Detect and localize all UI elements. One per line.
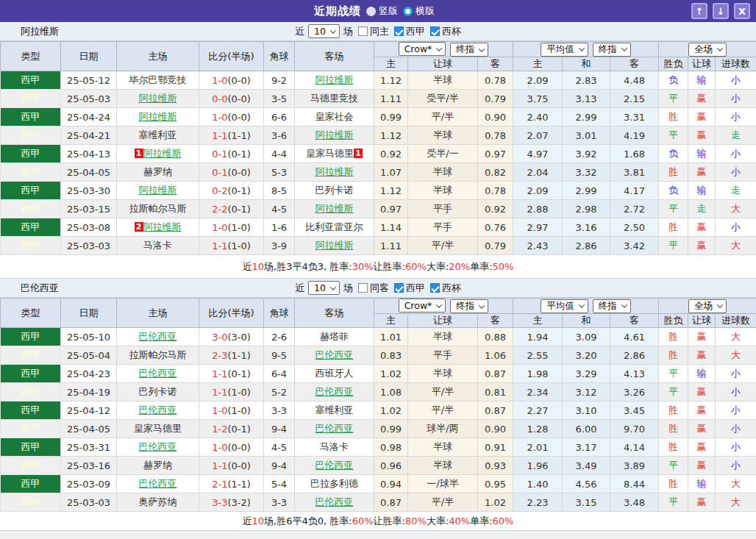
match-row: 西甲25-04-05皇家马德里1-2(0-1)9-4巴伦西亚0.99球半/两0.… [1, 420, 756, 438]
radio-icon[interactable] [366, 7, 376, 16]
eu-home-odds: 4.97 [513, 145, 563, 163]
handicap-result-cell: 赢 [688, 163, 716, 182]
close-button[interactable]: X [734, 3, 750, 19]
score-cell: 0-1(0-1) [199, 145, 264, 163]
type-cell: 西甲 [1, 328, 61, 346]
match-count-select[interactable]: 10 [308, 281, 340, 295]
result-cell: 胜 [659, 108, 688, 126]
eu-draw-odds: 2.86 [563, 237, 610, 255]
same-venue-checkbox[interactable] [358, 283, 368, 293]
select-value: 全场 [694, 300, 713, 313]
euro-average-select[interactable]: 平均值 [541, 299, 588, 313]
sub-header-handicap: 让球 [688, 314, 716, 328]
eu-draw-odds: 3.49 [563, 457, 610, 475]
results-table: 类型 日期 主场 比分(半场) 角球 客场 Crow*终指 平均值终指 全场 [0, 41, 756, 255]
away-team-cell: 马德里竞技 [295, 90, 374, 108]
ah-home-odds: 1.12 [374, 71, 408, 90]
chevron-down-icon [479, 46, 485, 51]
scope-select[interactable]: 全场 [688, 43, 727, 57]
match-row: 西甲25-03-09巴伦西亚2-1(1-1)5-4巴拉多利德0.94一/球半0.… [1, 475, 756, 493]
move-up-button[interactable]: ↑ [691, 3, 707, 19]
ah-line: 半球 [408, 457, 478, 475]
layout-radio-horizontal[interactable]: 横版 [403, 4, 435, 18]
type-cell: 西甲 [1, 457, 61, 475]
window-title: 近期战绩 [314, 4, 361, 18]
team-link[interactable]: 巴伦西亚 [139, 368, 177, 379]
team-link[interactable]: 巴伦西亚 [315, 386, 354, 397]
ah-away-odds: 0.95 [478, 475, 513, 493]
eu-away-odds: 3.89 [610, 457, 659, 475]
euro-final-select[interactable]: 终指 [593, 299, 631, 313]
cup-label: 西杯 [442, 282, 461, 295]
team-link[interactable]: 阿拉维斯 [315, 203, 354, 214]
cup-checkbox[interactable] [430, 283, 440, 293]
ah-home-odds: 0.92 [374, 145, 408, 163]
league-checkbox[interactable] [394, 26, 404, 36]
corners-cell: 1-6 [264, 218, 295, 237]
date-cell: 25-05-03 [61, 90, 117, 108]
team-link[interactable]: 巴伦西亚 [139, 404, 177, 415]
bookmaker-select[interactable]: Crow* [399, 42, 446, 56]
corners-cell: 3-9 [264, 237, 295, 255]
team-link[interactable]: 巴伦西亚 [139, 478, 177, 489]
team-link[interactable]: 巴伦西亚 [315, 496, 354, 507]
result-cell: 平 [659, 383, 688, 401]
corners-cell: 9-4 [264, 420, 295, 438]
league-label: 西甲 [406, 25, 425, 38]
league-checkbox[interactable] [394, 283, 404, 293]
team-link[interactable]: 阿拉维斯 [139, 93, 177, 104]
corners-cell: 4-5 [264, 438, 295, 457]
layout-radio-vertical[interactable]: 竖版 [366, 4, 398, 18]
ah-line: 受平/半 [408, 90, 478, 108]
ah-line: 球半/两 [408, 420, 478, 438]
ah-line: 平/半 [408, 401, 478, 420]
ah-away-odds: 0.81 [478, 383, 513, 401]
match-row: 西甲25-04-05赫罗纳0-1(0-0)5-3阿拉维斯1.07半球0.822.… [1, 163, 756, 182]
team-link[interactable]: 阿拉维斯 [315, 240, 354, 251]
move-down-button[interactable]: ↓ [713, 3, 729, 19]
radio-icon[interactable] [403, 7, 413, 16]
titlebar: 近期战绩 竖版 横版 ↑ ↓ X [0, 0, 756, 22]
team-link[interactable]: 巴伦西亚 [315, 349, 354, 360]
cup-checkbox[interactable] [430, 26, 440, 36]
home-team-cell: 巴伦西亚 [117, 401, 199, 420]
chevron-down-icon [436, 301, 442, 307]
match-row: 西甲25-05-12毕尔巴鄂竞技1-0(0-0)9-2阿拉维斯1.12半球0.7… [1, 71, 756, 90]
summary-line: 近10场,胜6平4负0, 胜率:60% 让胜率:80% 大率:40% 单率:60… [0, 512, 756, 531]
same-venue-checkbox[interactable] [358, 26, 368, 36]
chevron-down-icon [717, 45, 723, 51]
team-link[interactable]: 阿拉维斯 [143, 221, 182, 232]
eu-draw-odds: 3.12 [563, 383, 610, 401]
team-link[interactable]: 阿拉维斯 [139, 111, 177, 122]
team-link[interactable]: 巴伦西亚 [315, 423, 354, 434]
scope-select[interactable]: 全场 [688, 299, 727, 313]
asian-final-select[interactable]: 终指 [450, 43, 488, 57]
summary-part: 近 [243, 515, 252, 528]
away-team-cell: 巴拉多利德 [295, 475, 374, 493]
team-link[interactable]: 巴伦西亚 [139, 331, 177, 342]
euro-average-select[interactable]: 平均值 [541, 43, 588, 57]
euro-final-select[interactable]: 终指 [593, 43, 631, 57]
asian-final-select[interactable]: 终指 [450, 299, 488, 313]
team-link: 塞维利亚 [139, 129, 177, 140]
red-card-badge: 2 [135, 222, 143, 232]
team-link[interactable]: 巴伦西亚 [139, 441, 177, 452]
ah-line: 一/球半 [408, 475, 478, 493]
team-link[interactable]: 阿拉维斯 [139, 185, 177, 196]
score-cell: 2-1(1-1) [199, 475, 264, 493]
team-link[interactable]: 阿拉维斯 [315, 166, 354, 177]
team-link[interactable]: 阿拉维斯 [315, 74, 354, 85]
match-count-select[interactable]: 10 [308, 24, 340, 38]
ah-home-odds: 1.12 [374, 126, 408, 145]
team-link[interactable]: 阿拉维斯 [143, 148, 182, 159]
eu-away-odds: 2.86 [610, 346, 659, 365]
score-cell: 0-0(0-0) [199, 90, 264, 108]
chevron-down-icon [579, 301, 585, 307]
same-venue-label: 同客 [370, 282, 389, 295]
team-link[interactable]: 巴伦西亚 [315, 460, 354, 471]
score-cell: 1-1(1-0) [199, 237, 264, 255]
team-link[interactable]: 阿拉维斯 [315, 129, 354, 140]
score-cell: 1-0(0-0) [199, 71, 264, 90]
ah-line: 平手 [408, 200, 478, 218]
bookmaker-select[interactable]: Crow* [399, 299, 446, 313]
